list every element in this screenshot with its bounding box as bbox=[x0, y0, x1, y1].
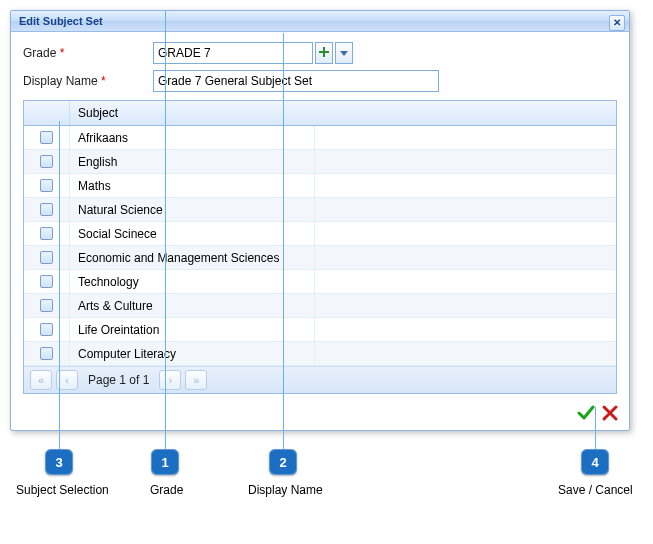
row-subject-cell: Afrikaans bbox=[70, 126, 616, 149]
display-name-label: Display Name * bbox=[23, 74, 153, 88]
row-checkbox[interactable] bbox=[40, 323, 53, 336]
table-row[interactable]: Maths bbox=[24, 174, 616, 198]
annotation-line-1 bbox=[165, 11, 166, 451]
row-checkbox[interactable] bbox=[40, 275, 53, 288]
table-row[interactable]: Computer Literacy bbox=[24, 342, 616, 366]
row-checkbox[interactable] bbox=[40, 203, 53, 216]
annotation-line-2 bbox=[283, 33, 284, 451]
required-asterisk: * bbox=[60, 46, 65, 60]
annotation-label-1: Grade bbox=[150, 483, 183, 497]
pager-toolbar: « ‹ Page 1 of 1 › » bbox=[24, 366, 616, 393]
row-subject-cell: Economic and Management Sciences bbox=[70, 246, 616, 269]
close-icon: ✕ bbox=[613, 18, 621, 28]
header-checkbox-col bbox=[24, 101, 70, 125]
row-checkbox-cell bbox=[24, 318, 70, 341]
row-subject-cell: Technology bbox=[70, 270, 616, 293]
row-subject-cell: Arts & Culture bbox=[70, 294, 616, 317]
grade-input[interactable] bbox=[153, 42, 313, 64]
row-checkbox[interactable] bbox=[40, 131, 53, 144]
grade-add-button[interactable] bbox=[315, 42, 333, 64]
annotation-badge-1: 1 bbox=[151, 449, 179, 475]
row-checkbox[interactable] bbox=[40, 347, 53, 360]
row-subject-cell: Computer Literacy bbox=[70, 342, 616, 365]
edit-subject-set-dialog: Edit Subject Set ✕ Grade * bbox=[10, 10, 630, 431]
row-checkbox-cell bbox=[24, 270, 70, 293]
svg-rect-1 bbox=[319, 51, 329, 53]
cancel-button[interactable] bbox=[601, 404, 619, 422]
grade-dropdown-trigger[interactable] bbox=[335, 42, 353, 64]
row-subject-cell: Life Oreintation bbox=[70, 318, 616, 341]
annotations: 3 1 2 4 Subject Selection Grade Display … bbox=[10, 431, 630, 501]
required-asterisk: * bbox=[101, 74, 106, 88]
subject-grid: Subject AfrikaansEnglishMathsNatural Sci… bbox=[23, 100, 617, 394]
row-checkbox-cell bbox=[24, 174, 70, 197]
table-row[interactable]: Technology bbox=[24, 270, 616, 294]
pager-first-button[interactable]: « bbox=[30, 370, 52, 390]
cross-icon bbox=[601, 404, 619, 422]
row-checkbox[interactable] bbox=[40, 155, 53, 168]
annotation-label-4: Save / Cancel bbox=[558, 483, 633, 497]
display-name-input[interactable] bbox=[153, 70, 439, 92]
table-row[interactable]: Life Oreintation bbox=[24, 318, 616, 342]
pager-next-button[interactable]: › bbox=[159, 370, 181, 390]
grid-header: Subject bbox=[24, 101, 616, 126]
grade-label: Grade * bbox=[23, 46, 153, 60]
annotation-badge-2: 2 bbox=[269, 449, 297, 475]
table-row[interactable]: Arts & Culture bbox=[24, 294, 616, 318]
annotation-line-3 bbox=[59, 121, 60, 451]
table-row[interactable]: English bbox=[24, 150, 616, 174]
row-subject-cell: Social Scinece bbox=[70, 222, 616, 245]
grade-row: Grade * bbox=[23, 42, 617, 64]
row-checkbox-cell bbox=[24, 198, 70, 221]
check-icon bbox=[577, 404, 595, 422]
plus-icon bbox=[319, 46, 329, 60]
annotation-label-3: Subject Selection bbox=[16, 483, 109, 497]
dialog-title-bar: Edit Subject Set ✕ bbox=[11, 11, 629, 32]
row-checkbox[interactable] bbox=[40, 251, 53, 264]
table-row[interactable]: Social Scinece bbox=[24, 222, 616, 246]
table-row[interactable]: Economic and Management Sciences bbox=[24, 246, 616, 270]
table-row[interactable]: Natural Science bbox=[24, 198, 616, 222]
annotation-badge-4: 4 bbox=[581, 449, 609, 475]
row-subject-cell: Maths bbox=[70, 174, 616, 197]
grid-body: AfrikaansEnglishMathsNatural ScienceSoci… bbox=[24, 126, 616, 366]
table-row[interactable]: Afrikaans bbox=[24, 126, 616, 150]
row-checkbox-cell bbox=[24, 222, 70, 245]
dialog-title: Edit Subject Set bbox=[19, 15, 103, 27]
row-checkbox-cell bbox=[24, 246, 70, 269]
row-checkbox[interactable] bbox=[40, 179, 53, 192]
display-name-row: Display Name * bbox=[23, 70, 617, 92]
row-checkbox-cell bbox=[24, 126, 70, 149]
dialog-body: Grade * Display Name * bbox=[11, 32, 629, 430]
row-checkbox-cell bbox=[24, 294, 70, 317]
row-checkbox-cell bbox=[24, 150, 70, 173]
row-checkbox[interactable] bbox=[40, 227, 53, 240]
annotation-badge-3: 3 bbox=[45, 449, 73, 475]
row-checkbox-cell bbox=[24, 342, 70, 365]
row-subject-cell: English bbox=[70, 150, 616, 173]
save-button[interactable] bbox=[577, 404, 595, 422]
header-subject-col: Subject bbox=[70, 101, 616, 125]
annotation-line-4 bbox=[595, 407, 596, 451]
pager-last-button[interactable]: » bbox=[185, 370, 207, 390]
row-checkbox[interactable] bbox=[40, 299, 53, 312]
annotation-label-2: Display Name bbox=[248, 483, 323, 497]
close-button[interactable]: ✕ bbox=[609, 15, 625, 31]
row-subject-cell: Natural Science bbox=[70, 198, 616, 221]
action-bar bbox=[577, 404, 619, 422]
grade-combo bbox=[153, 42, 353, 64]
pager-text: Page 1 of 1 bbox=[88, 373, 149, 387]
